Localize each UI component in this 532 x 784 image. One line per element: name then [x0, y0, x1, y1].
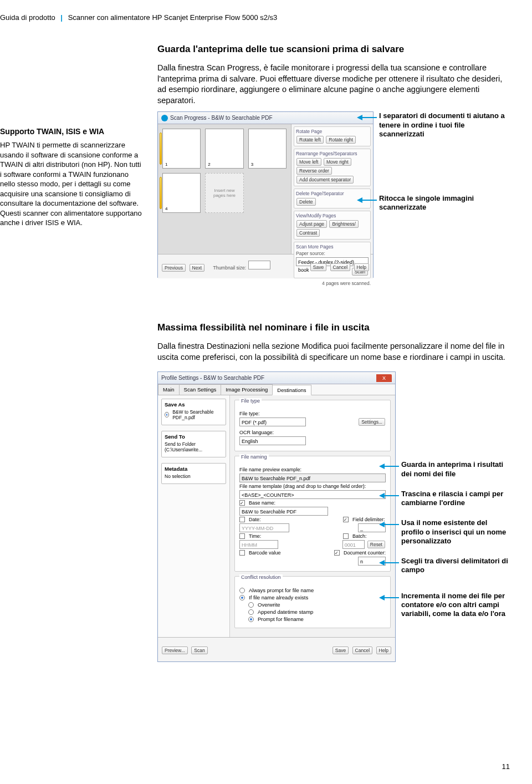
profile-settings-screenshot: Profile Settings - B&W to Searchable PDF…	[157, 371, 396, 662]
tab-main[interactable]: Main	[158, 384, 180, 395]
batch-input[interactable]: 0001	[342, 540, 365, 549]
tabs: Main Scan Settings Image Processing Dest…	[158, 384, 395, 395]
scan-progress-screenshot: Scan Progress - B&W to Searchable PDF 1 …	[157, 111, 374, 278]
close-icon[interactable]: X	[376, 374, 392, 382]
section1-intro: Dalla finestra Scan Progress, è facile m…	[157, 63, 510, 106]
move-left-button[interactable]: Move left	[296, 158, 321, 166]
thumb-size-slider[interactable]	[248, 261, 270, 269]
preview-button[interactable]: Preview...	[162, 646, 188, 654]
cancel-button[interactable]: Cancel	[330, 263, 350, 271]
date-format-select[interactable]: YYYY-MM-DD	[239, 523, 289, 532]
page-thumbnail[interactable]: 4	[162, 173, 201, 213]
metadata-box[interactable]: Metadata No selection	[161, 463, 226, 484]
insert-placeholder[interactable]: Insert new pages here	[205, 173, 243, 213]
date-checkbox[interactable]	[239, 517, 245, 522]
move-right-button[interactable]: Move right	[324, 158, 351, 166]
product-name: Scanner con alimentatore HP Scanjet Ente…	[68, 13, 278, 22]
status-text: 4 pages were scanned.	[294, 281, 371, 286]
rotate-right-button[interactable]: Rotate right	[326, 136, 356, 144]
callout-delimiters: Scegli tra diversi delimitatori di campo	[401, 557, 510, 575]
send-to-box[interactable]: Send To Send to Folder (C:\Users\awrite.…	[161, 431, 226, 457]
rotate-left-button[interactable]: Rotate left	[296, 136, 324, 144]
brightness-button[interactable]: Brightness/	[329, 220, 359, 228]
next-button[interactable]: Next	[190, 264, 204, 272]
delete-button[interactable]: Delete	[296, 198, 316, 206]
sidebar-note: Supporto TWAIN, ISIS e WIA HP TWAIN ti p…	[0, 44, 144, 278]
tab-image-processing[interactable]: Image Processing	[221, 384, 273, 395]
callout-drag-drop: Trascina e rilascia i campi per cambiarn…	[401, 490, 510, 508]
reset-button[interactable]: Reset	[367, 541, 385, 548]
time-checkbox[interactable]	[239, 533, 245, 539]
contrast-button[interactable]: Contrast	[296, 229, 320, 237]
thumbnail-grid: 1 2 3 4 Insert new pages here	[158, 124, 291, 254]
page-thumbnail[interactable]: 1	[162, 129, 201, 169]
tab-scan-settings[interactable]: Scan Settings	[179, 384, 222, 395]
callout-preview-names: Guarda in anteprima i risultati dei nomi…	[401, 460, 510, 478]
if-exists-radio[interactable]	[239, 595, 245, 600]
save-button[interactable]: Save	[310, 263, 326, 271]
window-title: Profile Settings - B&W to Searchable PDF	[161, 375, 264, 381]
filename-template-input[interactable]: <BASE>_<COUNTER>	[239, 490, 386, 499]
append-datetime-radio[interactable]	[248, 609, 254, 615]
window-title: Scan Progress - B&W to Searchable PDF	[170, 115, 273, 121]
page-header: Guida di prodotto | Scanner con alimenta…	[0, 13, 510, 22]
time-format-select[interactable]: HHMM	[239, 540, 278, 549]
guide-label: Guida di prodotto	[0, 13, 55, 22]
filename-preview: B&W to Searchable PDF_n.pdf	[239, 474, 386, 482]
hp-logo-icon	[161, 115, 168, 121]
callout-retouch: Ritocca le singole immagini scannerizzat…	[379, 194, 510, 212]
callout-base-name: Usa il nome esistente del profilo o inse…	[401, 518, 510, 546]
save-as-box[interactable]: Save As B&W to Searchable PDF_n.pdf	[161, 399, 226, 425]
callout-increment: Incrementa il nome dei file per contator…	[401, 592, 510, 619]
sidebar-title: Supporto TWAIN, ISIS e WIA	[0, 127, 144, 136]
always-prompt-radio[interactable]	[239, 588, 245, 593]
cancel-button[interactable]: Cancel	[352, 646, 372, 654]
delimiter-checkbox[interactable]	[343, 517, 349, 522]
header-separator: |	[60, 13, 63, 22]
batch-checkbox[interactable]	[343, 533, 349, 539]
side-panel: Rotate Page Rotate left Rotate right Rea…	[291, 124, 373, 254]
page-thumbnail[interactable]: 2	[205, 129, 243, 169]
sidebar-body: HP TWAIN ti permette di scannerizzare us…	[0, 140, 144, 228]
prompt-filename-radio[interactable]	[248, 617, 254, 622]
section1-heading: Guarda l'anteprima delle tue scansioni p…	[157, 44, 510, 55]
scan-button[interactable]: Scan	[191, 646, 207, 654]
add-separator-button[interactable]: Add document separator	[296, 176, 354, 184]
tab-destinations[interactable]: Destinations	[272, 385, 311, 395]
callout-separators: I separatori di documenti ti aiutano a t…	[379, 111, 510, 139]
help-button[interactable]: Help	[376, 646, 391, 654]
reverse-order-button[interactable]: Reverse order	[296, 167, 332, 175]
base-name-checkbox[interactable]	[239, 500, 245, 506]
barcode-checkbox[interactable]	[239, 550, 245, 556]
settings-button[interactable]: Settings...	[359, 418, 385, 426]
overwrite-radio[interactable]	[248, 602, 254, 608]
save-button[interactable]: Save	[332, 646, 349, 654]
help-button[interactable]: Help	[354, 263, 369, 271]
separator-bar-icon	[160, 177, 162, 209]
previous-button[interactable]: Previous	[162, 264, 186, 272]
section2-intro: Dalla finestra Destinazioni nella sezion…	[157, 341, 510, 363]
file-type-select[interactable]: PDF (*.pdf)	[239, 418, 306, 426]
section2-heading: Massima flessibilità nel nominare i file…	[157, 322, 510, 333]
adjust-page-button[interactable]: Adjust page	[296, 220, 327, 228]
separator-bar-icon	[160, 133, 162, 165]
page-thumbnail[interactable]: 3	[248, 129, 287, 169]
ocr-language-select[interactable]: English	[239, 436, 306, 445]
base-name-input[interactable]: B&W to Searchable PDF	[239, 507, 328, 516]
radio-icon	[165, 412, 169, 418]
thumb-size-label: Thumbnail size:	[213, 265, 246, 271]
counter-checkbox[interactable]	[334, 550, 340, 556]
window-titlebar: Scan Progress - B&W to Searchable PDF	[158, 112, 373, 124]
page-number: 11	[502, 762, 510, 771]
